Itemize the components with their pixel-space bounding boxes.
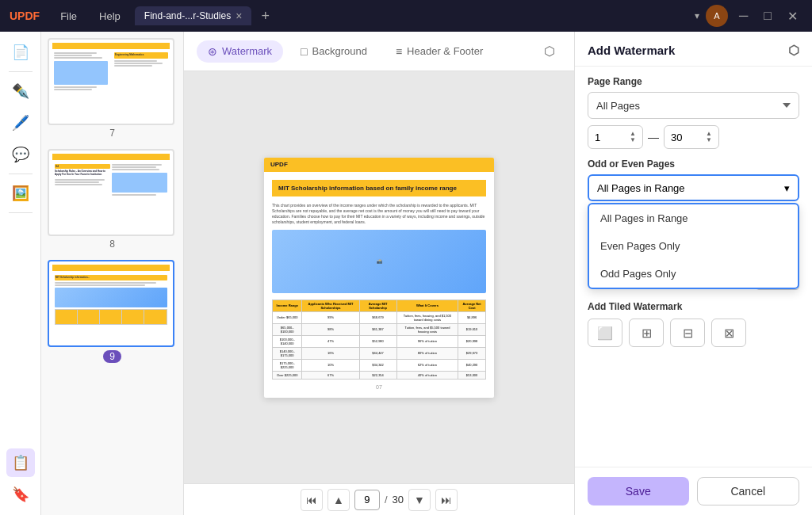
divider-2	[9, 174, 33, 174]
divider-3	[9, 212, 33, 213]
panel-header: Add Watermark ⬡	[575, 32, 812, 67]
page-number-9: 9	[103, 350, 121, 363]
range-from-down[interactable]: ▼	[630, 137, 636, 143]
close-window-button[interactable]: ✕	[783, 7, 802, 25]
pdf-table: Income Range Applicants Who Received MIT…	[272, 299, 486, 380]
thumbnail-image-8[interactable]: G4 Scholarship Rules - An Overview and H…	[48, 149, 174, 236]
panel-options-icon[interactable]: ⬡	[788, 43, 799, 58]
pdf-viewer: UPDF MIT Scholarship information based o…	[184, 71, 574, 483]
pdf-page-number: 07	[272, 384, 486, 390]
main-layout: 📄 ✒️ 🖊️ 💬 🖼️ 📋 🔖	[0, 32, 812, 515]
last-page-button[interactable]: ⏭	[435, 489, 458, 511]
table-row: $65,000–$100,00098%$61,387Tuition, fees,…	[273, 323, 486, 335]
divider-1	[9, 71, 33, 72]
thumbnail-item-7[interactable]: Engineering Mathematics 7	[48, 38, 177, 139]
menu-help[interactable]: Help	[91, 7, 128, 25]
option-odd-pages-only[interactable]: Odd Pages Only	[589, 260, 798, 288]
next-page-button[interactable]: ▼	[408, 489, 431, 511]
thumbnail-image-9[interactable]: MIT Scholarship information...	[48, 260, 174, 347]
watermark-tab[interactable]: ⊛ Watermark	[197, 40, 283, 63]
thumbnail-image-7[interactable]: Engineering Mathematics	[48, 38, 174, 125]
page-number-7: 7	[109, 128, 115, 139]
background-label: Background	[312, 45, 367, 57]
tiled-1x1-button[interactable]: ⬜	[588, 319, 622, 347]
page-range-label: Page Range	[588, 76, 799, 87]
option-even-pages-only[interactable]: Even Pages Only	[589, 232, 798, 260]
range-from-input[interactable]: 1 ▲▼	[588, 125, 643, 149]
odd-even-label: Odd or Even Pages	[588, 158, 799, 170]
odd-even-trigger[interactable]: All Pages in Range ▾	[588, 174, 799, 201]
window-dropdown[interactable]: ▾	[695, 10, 699, 21]
tiled-grid-button[interactable]: ⊠	[711, 319, 746, 347]
header-footer-label: Header & Footer	[407, 45, 483, 57]
range-to-input[interactable]: 30 ▲▼	[664, 125, 719, 149]
range-to-down[interactable]: ▼	[706, 137, 712, 143]
app-logo: UPDF	[10, 10, 40, 22]
col-applicants: Applicants Who Received MIT Scholarships	[302, 299, 359, 311]
pen-tool-button[interactable]: ✒️	[6, 77, 35, 105]
page-range-select[interactable]: All Pages Custom Range Current Page	[588, 92, 799, 119]
minimize-button[interactable]: ─	[734, 7, 753, 25]
col-net-cost: Average Net Cost	[458, 299, 486, 311]
document-tool-button[interactable]: 📄	[6, 38, 35, 67]
tiled-2x2-button[interactable]: ⊞	[629, 319, 664, 347]
pdf-page: UPDF MIT Scholarship information based o…	[264, 158, 494, 398]
content-area: ⊛ Watermark □ Background ≡ Header & Foot…	[184, 32, 574, 515]
layers-tool-button[interactable]: 📋	[6, 448, 35, 477]
table-row: Under $65,00099%$68,679Tuition, fees, ho…	[273, 311, 486, 323]
new-tab-button[interactable]: +	[261, 8, 270, 25]
pdf-body: MIT Scholarship information based on fam…	[264, 172, 494, 398]
menu-file[interactable]: File	[52, 7, 85, 25]
tiled-label: Add Tiled Watermark	[588, 301, 799, 312]
thumbnail-item-9[interactable]: MIT Scholarship information...	[48, 260, 177, 363]
col-income: Income Range	[273, 299, 302, 311]
header-footer-tab[interactable]: ≡ Header & Footer	[385, 40, 494, 63]
table-row: Over $225,00067%$22,35440% of tuition$53…	[273, 371, 486, 379]
page-number-8: 8	[109, 238, 115, 250]
background-tab[interactable]: □ Background	[289, 40, 378, 63]
col-covers: What It Covers	[396, 299, 458, 311]
panel-title: Add Watermark	[588, 44, 675, 57]
odd-even-section: Odd or Even Pages All Pages in Range ▾ A…	[588, 158, 799, 201]
page-separator: /	[385, 494, 388, 505]
save-button[interactable]: Save	[588, 477, 689, 505]
watermark-icon: ⊛	[208, 45, 217, 58]
active-tab[interactable]: Find-and-...r-Studies ×	[135, 6, 252, 25]
tab-close[interactable]: ×	[236, 10, 242, 22]
bookmark-tool-button[interactable]: 🔖	[6, 480, 35, 509]
col-avg-scholarship: Average MIT Scholarship	[359, 299, 396, 311]
comment-tool-button[interactable]: 💬	[6, 140, 35, 169]
tiled-3x3-button[interactable]: ⊟	[670, 319, 705, 347]
panel-footer: Save Cancel	[575, 467, 812, 515]
right-panel: Add Watermark ⬡ Page Range All Pages Cus…	[574, 32, 812, 515]
total-pages: 30	[393, 494, 404, 505]
dropdown-arrow-icon: ▾	[784, 182, 790, 194]
left-toolbar: 📄 ✒️ 🖊️ 💬 🖼️ 📋 🔖	[0, 32, 41, 515]
prev-page-button[interactable]: ▲	[327, 489, 350, 511]
thumbnail-item-8[interactable]: G4 Scholarship Rules - An Overview and H…	[48, 149, 177, 250]
background-icon: □	[301, 45, 307, 58]
table-row: $175,000–$225,00010%$34,34262% of tuitio…	[273, 359, 486, 371]
pdf-logo: UPDF	[270, 161, 288, 168]
pdf-body-text: This chart provides an overview of the i…	[272, 203, 486, 225]
title-bar: UPDF File Help Find-and-...r-Studies × +…	[0, 0, 812, 32]
page-range-section: Page Range All Pages Custom Range Curren…	[588, 76, 799, 149]
maximize-button[interactable]: □	[759, 7, 776, 25]
page-thumbnail-sidebar: Engineering Mathematics 7	[41, 32, 184, 515]
image-tool-button[interactable]: 🖼️	[6, 179, 35, 208]
highlight-tool-button[interactable]: 🖊️	[6, 109, 35, 137]
top-toolbar: ⊛ Watermark □ Background ≡ Header & Foot…	[184, 32, 574, 71]
user-avatar[interactable]: A	[706, 5, 728, 27]
current-page-input[interactable]	[354, 490, 380, 510]
cancel-button[interactable]: Cancel	[697, 477, 800, 505]
watermark-label: Watermark	[222, 45, 272, 57]
option-all-pages-in-range[interactable]: All Pages in Range	[589, 204, 798, 232]
first-page-button[interactable]: ⏮	[301, 489, 323, 511]
odd-even-menu: All Pages in Range Even Pages Only Odd P…	[588, 203, 799, 289]
table-row: $100,000–$140,00047%$52,98096% of tuitio…	[273, 335, 486, 347]
tiled-row: ⬜ ⊞ ⊟ ⊠	[588, 319, 799, 347]
panel-action-button[interactable]: ⬡	[538, 40, 561, 63]
pdf-top-bar: UPDF	[264, 158, 494, 172]
pdf-image: 📸	[272, 230, 486, 293]
odd-even-dropdown: All Pages in Range ▾ All Pages in Range …	[588, 174, 799, 201]
